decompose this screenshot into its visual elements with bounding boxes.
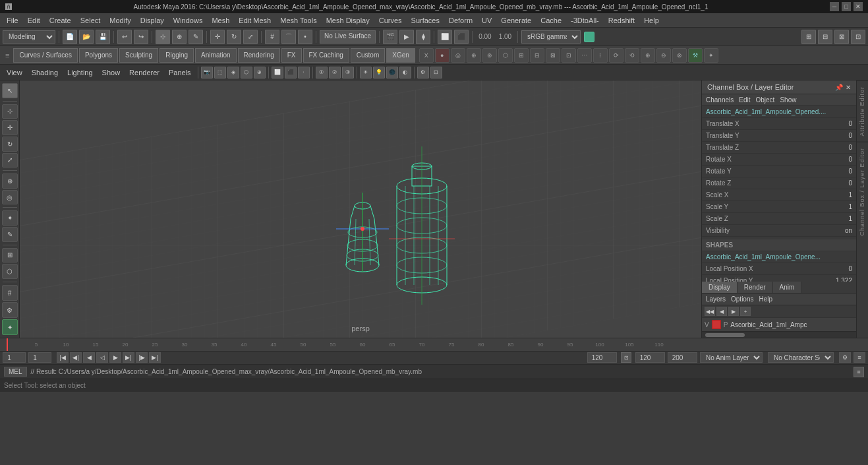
current-frame-input[interactable] xyxy=(3,352,26,363)
attr-editor-side-tab[interactable]: Attribute Editor xyxy=(857,80,868,142)
shelf-icon-16[interactable]: ⊖ xyxy=(656,48,671,63)
shelf-icon-17[interactable]: ⊗ xyxy=(672,48,687,63)
playback-start-input[interactable] xyxy=(28,352,51,363)
cb-pin-button[interactable]: 📌 xyxy=(835,84,843,91)
layer-arrow-prev[interactable]: ◀ xyxy=(716,307,727,316)
renderer-menu[interactable]: Renderer xyxy=(125,67,163,78)
cb-menu-object[interactable]: Object xyxy=(756,96,775,104)
layers-menu-help[interactable]: Help xyxy=(759,295,772,303)
shelf-icon-3[interactable]: ◎ xyxy=(451,48,465,63)
lighting-menu[interactable]: Lighting xyxy=(63,67,97,78)
shelf-icon-9[interactable]: ⊠ xyxy=(546,48,560,63)
xgen-lt[interactable]: ✦ xyxy=(2,319,18,335)
menu-windows[interactable]: Windows xyxy=(169,15,207,26)
menu-3dtoall[interactable]: -3DtoAll- xyxy=(567,15,603,26)
anim-settings-button[interactable]: ⚙ xyxy=(839,352,851,363)
color-profile-dropdown[interactable]: sRGB gamma xyxy=(521,30,581,44)
smooth-shade-button[interactable]: ⬛ xyxy=(454,30,469,44)
cb-attr-translate-y[interactable]: Translate Y 0 xyxy=(702,130,856,142)
layer-row[interactable]: V P Ascorbic_Acid_1ml_Ampc xyxy=(702,318,856,331)
move-tool-button[interactable]: ✛ xyxy=(210,30,225,44)
playback-end-input[interactable] xyxy=(587,352,617,363)
menu-edit-mesh[interactable]: Edit Mesh xyxy=(235,15,275,26)
mel-indicator[interactable]: MEL xyxy=(4,367,27,377)
menu-file[interactable]: File xyxy=(3,15,22,26)
sculpt-lt[interactable]: ✦ xyxy=(2,210,18,226)
cb-attr-scale-x[interactable]: Scale X 1 xyxy=(702,189,856,201)
shelf-tab-xgen[interactable]: XGen xyxy=(386,48,415,63)
menu-help[interactable]: Help xyxy=(640,15,663,26)
shelf-icon-12[interactable]: ⁞ xyxy=(593,48,608,63)
shelf-icon-10[interactable]: ⊡ xyxy=(562,48,576,63)
shading-smooth-button[interactable]: ⬛ xyxy=(285,67,297,78)
minimize-button[interactable]: ─ xyxy=(830,2,839,11)
menu-edit[interactable]: Edit xyxy=(24,15,44,26)
cb-attr-local-pos-y[interactable]: Local Position Y 1.322 xyxy=(702,275,856,282)
cb-attr-translate-z[interactable]: Translate Z 0 xyxy=(702,142,856,154)
maximize-button[interactable]: □ xyxy=(842,2,851,11)
play-forward-button[interactable]: ▶ xyxy=(109,352,121,363)
cb-attr-rotate-y[interactable]: Rotate Y 0 xyxy=(702,166,856,177)
layers-scrollbar[interactable] xyxy=(702,331,856,338)
camera-settings-button[interactable]: ⚙ xyxy=(417,67,429,78)
plugin-manager-button[interactable]: ⊠ xyxy=(834,30,849,44)
scale-lt[interactable]: ⤢ xyxy=(2,153,18,168)
render-settings-button[interactable]: 🎬 xyxy=(383,30,397,44)
universal-manip-lt[interactable]: ⊕ xyxy=(2,173,18,189)
shelf-tab-animation[interactable]: Animation xyxy=(195,48,236,63)
shading-wire-button[interactable]: ⬜ xyxy=(272,67,283,78)
cb-shapes-name[interactable]: Ascorbic_Acid_1ml_Ampoule_Opene... xyxy=(702,251,856,263)
lighting-use-default[interactable]: ☀ xyxy=(360,67,372,78)
shelf-icon-19[interactable]: ✦ xyxy=(704,48,718,63)
show-manip-lt[interactable]: ⊞ xyxy=(2,248,18,263)
cb-attr-rotate-z[interactable]: Rotate Z 0 xyxy=(702,177,856,189)
layer-arrow-next[interactable]: ▶ xyxy=(728,307,739,316)
shelf-icon-2[interactable]: ● xyxy=(435,48,449,63)
shelf-tab-polygons[interactable]: Polygons xyxy=(79,48,118,63)
layers-menu-options[interactable]: Options xyxy=(731,295,753,303)
channel-box-side-tab[interactable]: Channel Box / Layer Editor xyxy=(857,142,868,241)
new-scene-button[interactable]: 📄 xyxy=(63,30,77,44)
no-anim-layer-dropdown[interactable]: No Anim Layer xyxy=(700,352,763,363)
scrollbar-thumb[interactable] xyxy=(705,333,745,337)
gate-button[interactable]: ⬚ xyxy=(214,67,226,78)
menu-curves[interactable]: Curves xyxy=(375,15,406,26)
wireframe-button[interactable]: ⬜ xyxy=(438,30,452,44)
shelf-icon-6[interactable]: ⬡ xyxy=(498,48,513,63)
menu-modify[interactable]: Modify xyxy=(105,15,134,26)
panels-menu[interactable]: Panels xyxy=(165,67,195,78)
shelf-collapse-button[interactable]: ≡ xyxy=(3,51,12,59)
lighting-use-all[interactable]: 💡 xyxy=(373,67,385,78)
cb-tab-anim[interactable]: Anim xyxy=(773,282,802,293)
shelf-icon-15[interactable]: ⊕ xyxy=(641,48,655,63)
shading-menu[interactable]: Shading xyxy=(28,67,62,78)
next-frame-button[interactable]: ▶| xyxy=(123,352,134,363)
lasso-lt[interactable]: ⊹ xyxy=(2,104,18,119)
snap-grid-button[interactable]: # xyxy=(265,30,279,44)
playback-end-slider[interactable]: ⊡ xyxy=(621,352,631,363)
viewport-settings-lt[interactable]: ⚙ xyxy=(2,302,18,318)
cb-menu-show[interactable]: Show xyxy=(780,96,796,104)
scale-tool-button[interactable]: ⤢ xyxy=(243,30,258,44)
menu-mesh-display[interactable]: Mesh Display xyxy=(322,15,374,26)
menu-generate[interactable]: Generate xyxy=(497,15,535,26)
go-to-start-button[interactable]: |◀ xyxy=(57,352,69,363)
menu-deform[interactable]: Deform xyxy=(445,15,477,26)
shelf-icon-7[interactable]: ⊞ xyxy=(514,48,529,63)
cb-tab-render[interactable]: Render xyxy=(738,282,773,293)
play-back-button[interactable]: ◁ xyxy=(96,352,108,363)
layers-menu-layers[interactable]: Layers xyxy=(706,295,726,303)
save-scene-button[interactable]: 💾 xyxy=(96,30,110,44)
step-forward-button[interactable]: |▶ xyxy=(136,352,148,363)
menu-display[interactable]: Display xyxy=(136,15,168,26)
hud-button[interactable]: ⊡ xyxy=(430,67,442,78)
view-menu[interactable]: View xyxy=(3,67,26,78)
cb-attr-scale-y[interactable]: Scale Y 1 xyxy=(702,201,856,213)
anim-prefs-button[interactable]: ≡ xyxy=(854,352,865,363)
prev-frame-button[interactable]: ◀ xyxy=(83,352,95,363)
redo-button[interactable]: ↪ xyxy=(134,30,148,44)
soft-select-lt[interactable]: ◎ xyxy=(2,190,18,205)
anim-start-input[interactable] xyxy=(635,352,665,363)
cb-attr-translate-x[interactable]: Translate X 0 xyxy=(702,118,856,130)
menu-mesh[interactable]: Mesh xyxy=(208,15,233,26)
